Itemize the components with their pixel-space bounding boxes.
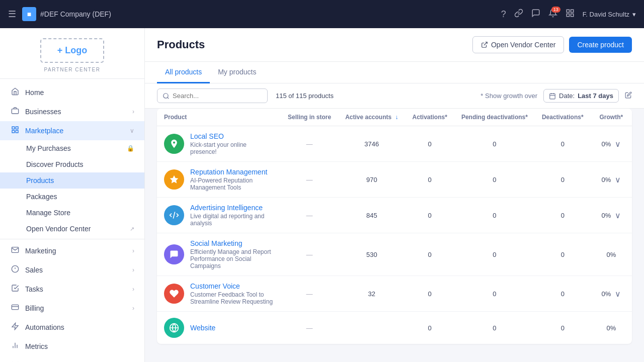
product-icon-social-marketing [164,244,184,264]
sidebar-item-packages[interactable]: Packages [0,189,144,205]
product-name-local-seo[interactable]: Local SEO [190,132,274,140]
product-name-customer-voice[interactable]: Customer Voice [190,282,274,290]
sidebar-item-marketing[interactable]: Marketing › [0,241,144,260]
company-logo-icon: ■ [22,7,36,21]
product-name-advertising-intelligence[interactable]: Advertising Intelligence [190,204,274,212]
apps-grid-icon[interactable] [566,9,575,20]
tab-all-products[interactable]: All products [157,62,210,83]
businesses-expand-icon: › [132,108,134,115]
product-desc-customer-voice: Customer Feedback Tool to Streamline Rev… [190,291,274,305]
product-desc-local-seo: Kick-start your online presence! [190,141,274,155]
col-growth: Growth* [591,109,632,126]
deactivations-local-seo: 0 [535,126,591,162]
active-website [338,312,405,344]
product-name-website[interactable]: Website [190,324,215,332]
growth-customer-voice: 0% ∨ [591,276,632,312]
tabs-bar: All products My products [145,62,644,83]
expand-row-customer-voice[interactable]: ∨ [615,289,621,299]
notification-icon[interactable]: 13 [548,9,557,20]
search-input[interactable] [173,92,262,100]
growth-website: 0% [591,312,632,344]
lock-icon: 🔒 [127,145,134,152]
open-vendor-center-button[interactable]: Open Vendor Center [472,36,564,53]
svg-rect-2 [571,14,573,16]
company-logo-wrap[interactable]: ■ #DEF Company (DEF) [22,7,111,21]
sidebar-item-tasks[interactable]: Tasks › [0,280,144,299]
tab-my-products[interactable]: My products [210,62,264,83]
date-label: Date: [559,92,575,100]
svg-marker-14 [12,323,18,329]
notification-badge: 13 [551,7,560,13]
svg-line-19 [484,42,487,45]
discover-products-label: Discover Products [26,160,84,168]
deactivations-customer-voice: 0 [535,276,591,312]
sidebar-item-open-vendor-center[interactable]: Open Vendor Center ↗ [0,221,144,237]
product-name-social-marketing[interactable]: Social Marketing [190,239,274,247]
active-advertising-intelligence: 845 [338,198,405,233]
help-icon[interactable]: ? [501,9,506,20]
expand-row-advertising-intelligence[interactable]: ∨ [615,211,621,220]
sidebar-item-billing[interactable]: Billing › [0,299,144,318]
nav-divider-1 [0,239,144,239]
sidebar-item-automations[interactable]: Automations [0,318,144,337]
marketplace-collapse-icon: ∨ [130,127,134,134]
pending-local-seo: 0 [454,126,535,162]
deactivations-reputation-management: 0 [535,162,591,198]
sidebar-item-manage-store[interactable]: Manage Store [0,205,144,221]
sidebar-item-metrics[interactable]: Metrics [0,337,144,356]
search-box[interactable] [157,88,268,103]
metrics-icon [10,341,20,351]
product-info-social-marketing: Social Marketing Efficiently Manage and … [190,239,274,269]
product-desc-advertising-intelligence: Live digital ad reporting and analysis [190,213,274,227]
product-cell-advertising-intelligence: Advertising Intelligence Live digital ad… [157,198,281,233]
sidebar-item-metrics-label: Metrics [25,342,48,350]
sidebar-item-tasks-label: Tasks [25,285,43,293]
sidebar-item-home[interactable]: Home [0,83,144,102]
chat-icon[interactable] [531,9,540,20]
sidebar-item-marketplace[interactable]: Marketplace ∨ [0,121,144,140]
businesses-icon [10,107,20,117]
product-cell-local-seo: Local SEO Kick-start your online presenc… [157,126,281,162]
sidebar-item-discover-products[interactable]: Discover Products [0,156,144,172]
sidebar-item-businesses[interactable]: Businesses › [0,102,144,121]
sidebar-item-products[interactable]: Products [0,172,144,189]
selling-customer-voice: — [281,276,338,312]
svg-line-21 [168,97,169,99]
sidebar-item-sales[interactable]: Sales › [0,260,144,280]
growth-label: * Show growth over [480,92,537,100]
edit-date-icon[interactable] [625,92,632,101]
user-menu[interactable]: F. David Schultz ▾ [583,11,636,18]
sidebar-logo-button[interactable]: + Logo [40,38,105,63]
product-desc-reputation-management: AI-Powered Reputation Management Tools [190,177,274,191]
sidebar-item-marketplace-label: Marketplace [25,127,63,135]
growth-social-marketing: 0% [591,233,632,276]
link-icon[interactable] [514,9,523,20]
sidebar-item-administration[interactable]: Administration [0,356,144,362]
tasks-icon [10,284,20,294]
date-filter[interactable]: Date: Last 7 days [543,89,619,103]
product-info-advertising-intelligence: Advertising Intelligence Live digital ad… [190,204,274,227]
svg-rect-22 [550,94,555,99]
product-info-local-seo: Local SEO Kick-start your online presenc… [190,132,274,155]
packages-label: Packages [26,193,57,201]
product-count: 115 of 115 products [276,92,334,100]
table-row: Reputation Management AI-Powered Reputat… [157,162,632,198]
sidebar-item-my-purchases[interactable]: My Purchases 🔒 [0,140,144,156]
product-icon-local-seo [164,134,184,154]
expand-row-reputation-management[interactable]: ∨ [615,175,621,185]
expand-row-local-seo[interactable]: ∨ [615,139,621,149]
table-row: Local SEO Kick-start your online presenc… [157,126,632,162]
product-name-reputation-management[interactable]: Reputation Management [190,168,274,176]
svg-rect-3 [567,14,569,16]
marketing-icon [10,246,20,256]
sidebar-partner-label: PARTNER CENTER [44,67,101,72]
sidebar-nav: Home Businesses › Marketplace ∨ [0,79,144,362]
content-area: Products Open Vendor Center Create produ… [145,28,644,362]
col-active[interactable]: Active accounts ↓ [338,109,405,126]
col-selling: Selling in store [281,109,338,126]
selling-social-marketing: — [281,233,338,276]
create-product-button[interactable]: Create product [569,37,632,53]
marketplace-submenu: My Purchases 🔒 Discover Products Product… [0,140,144,237]
table-row: Customer Voice Customer Feedback Tool to… [157,276,632,312]
hamburger-menu-icon[interactable]: ☰ [8,9,16,20]
